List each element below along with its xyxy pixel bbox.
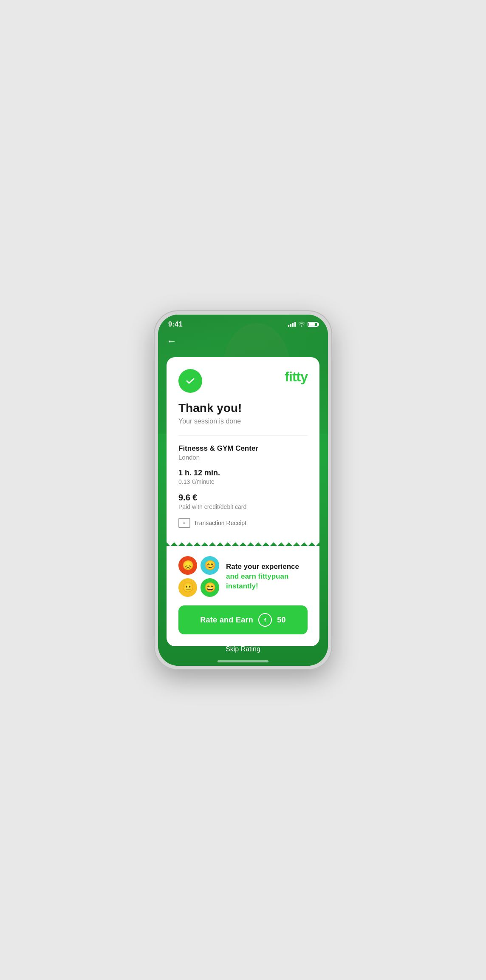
rate-per-minute: 0.13 €/minute — [178, 478, 308, 485]
emoji-grid: 😞 😊 😐 😄 — [178, 556, 219, 597]
fitty-logo: fitty — [285, 369, 308, 385]
receipt-label: Transaction Receipt — [194, 520, 246, 526]
home-indicator — [218, 660, 268, 662]
status-icons — [288, 321, 318, 328]
card-bottom-section: 😞 😊 😐 😄 Rate your experience and earn fi… — [167, 546, 319, 646]
status-time: 9:41 — [168, 321, 183, 328]
thank-you-title: Thank you! — [178, 401, 308, 415]
transaction-receipt-link[interactable]: Transaction Receipt — [178, 518, 308, 528]
signal-icon — [288, 322, 296, 327]
divider — [178, 435, 308, 436]
card-top-section: fitty Thank you! Your session is done Fi… — [167, 357, 319, 538]
wifi-icon — [298, 321, 305, 328]
payment-method: Paid with credit/debit card — [178, 503, 308, 510]
total-amount: 9.6 € — [178, 493, 308, 503]
duration-block: 1 h. 12 min. 0.13 €/minute — [178, 469, 308, 485]
phone-screen: 9:41 — [158, 315, 328, 666]
rate-experience-title: Rate your experience — [226, 562, 308, 571]
points-value: 50 — [277, 616, 286, 625]
zigzag-separator — [167, 538, 319, 546]
fittypuan-badge-icon: f — [258, 613, 272, 627]
rating-text: Rate your experience and earn fittypuan … — [226, 562, 308, 592]
earn-fittypuan-text: and earn fittypuan instantly! — [226, 571, 308, 592]
gym-location: London — [178, 454, 308, 461]
emoji-big-smile: 😄 — [201, 578, 219, 597]
rating-section: 😞 😊 😐 😄 Rate your experience and earn fi… — [178, 556, 308, 597]
receipt-icon — [178, 518, 190, 528]
session-done-subtitle: Your session is done — [178, 418, 308, 425]
rate-earn-label: Rate and Earn — [200, 616, 253, 625]
gym-info-block: Fitnesss & GYM Center London — [178, 444, 308, 461]
receipt-card: fitty Thank you! Your session is done Fi… — [167, 357, 319, 647]
emoji-neutral: 😐 — [178, 578, 197, 597]
battery-icon — [308, 322, 318, 327]
gym-name: Fitnesss & GYM Center — [178, 444, 308, 453]
success-check-icon — [178, 369, 202, 393]
skip-rating-link[interactable]: Skip Rating — [158, 645, 328, 653]
emoji-sad: 😞 — [178, 556, 197, 575]
phone-frame: 9:41 — [154, 310, 332, 670]
emoji-happy: 😊 — [201, 556, 219, 575]
payment-block: 9.6 € Paid with credit/debit card — [178, 493, 308, 510]
back-button[interactable]: ← — [158, 332, 328, 350]
rate-and-earn-button[interactable]: Rate and Earn f 50 — [178, 605, 308, 634]
session-duration: 1 h. 12 min. — [178, 469, 308, 477]
card-header: fitty — [178, 369, 308, 393]
status-bar: 9:41 — [158, 315, 328, 332]
